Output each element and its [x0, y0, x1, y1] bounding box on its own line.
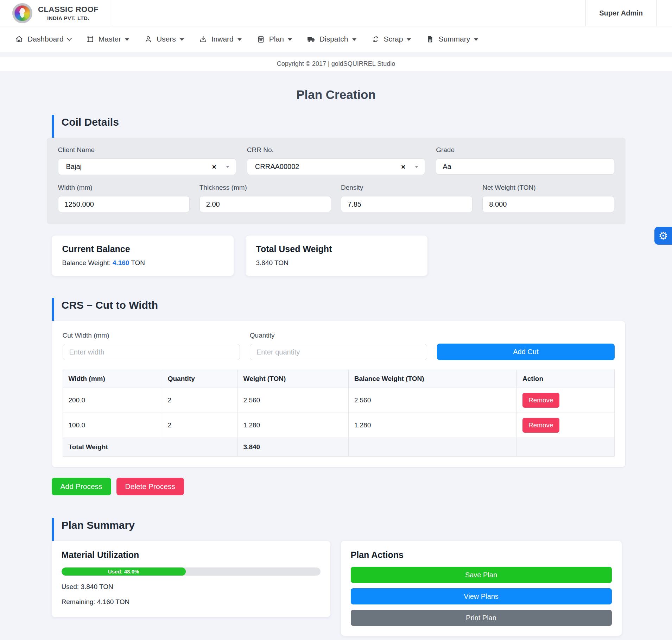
top-header: CLASSIC ROOF INDIA PVT. LTD. Super Admin	[0, 0, 672, 26]
nav-label: Plan	[269, 35, 284, 43]
clear-icon[interactable]: ×	[401, 163, 405, 170]
material-utilization-title: Material Utilization	[62, 550, 321, 560]
utilization-progress-fill: Used: 48.0%	[62, 567, 186, 576]
print-plan-button[interactable]: Print Plan	[351, 610, 612, 626]
cuts-table: Width (mm) Quantity Weight (TON) Balance…	[63, 370, 615, 457]
save-plan-button[interactable]: Save Plan	[351, 567, 612, 583]
cut-width-label: Cut Width (mm)	[63, 332, 240, 339]
nav-item-summary[interactable]: Summary	[426, 35, 478, 44]
process-buttons-row: Add Process Delete Process	[52, 478, 626, 495]
user-name: Super Admin	[599, 9, 643, 17]
crr-no-label: CRR No.	[247, 146, 425, 154]
quantity-field-group: Quantity	[250, 332, 427, 360]
caret-down-icon	[474, 38, 478, 41]
company-logo-icon	[12, 3, 32, 23]
cut-width-input[interactable]	[63, 344, 240, 360]
select-caret-icon	[415, 166, 418, 168]
nav-item-dispatch[interactable]: Dispatch	[307, 35, 356, 44]
col-header-width: Width (mm)	[63, 370, 162, 388]
clear-icon[interactable]: ×	[212, 163, 216, 170]
crr-no-select[interactable]: CRRAA00002 ×	[247, 158, 425, 175]
density-field-group: Density	[341, 184, 473, 212]
client-name-select[interactable]: Bajaj ×	[58, 158, 236, 175]
brand-line1: CLASSIC ROOF	[38, 5, 99, 14]
crr-no-field-group: CRR No. CRRAA00002 ×	[247, 146, 425, 175]
balance-weight-value: 4.160	[113, 259, 129, 266]
nav-item-inward[interactable]: Inward	[199, 35, 242, 44]
truck-icon	[307, 35, 316, 44]
nav-item-users[interactable]: Users	[144, 35, 184, 44]
settings-fab[interactable]: ⚙	[654, 227, 672, 245]
plan-actions-title: Plan Actions	[351, 550, 612, 560]
add-cut-button[interactable]: Add Cut	[437, 344, 614, 360]
grade-input[interactable]	[436, 158, 614, 175]
nav-item-master[interactable]: Master	[86, 35, 129, 44]
crs-card: Cut Width (mm) Quantity Add Cut Width (m…	[52, 321, 626, 468]
density-input[interactable]	[341, 196, 473, 212]
copyright-text: Copyright © 2017 | goldSQUIRREL Studio	[277, 60, 395, 68]
table-footer-row: Total Weight 3.840	[63, 438, 614, 457]
quantity-input[interactable]	[250, 344, 427, 360]
thickness-input[interactable]	[199, 196, 331, 212]
table-row: 200.0 2 2.560 2.560 Remove	[63, 388, 614, 413]
main-nav: Dashboard Master Users Inward Plan Dispa…	[0, 26, 672, 52]
width-label: Width (mm)	[58, 184, 190, 192]
main-content: Plan Creation Coil Details Client Name B…	[47, 88, 626, 636]
caret-down-icon	[352, 38, 356, 41]
nav-item-dashboard[interactable]: Dashboard	[15, 35, 71, 44]
nav-label: Scrap	[384, 35, 403, 43]
utilization-progress-label: Used: 48.0%	[108, 569, 139, 575]
spacer	[0, 52, 672, 57]
total-used-weight-title: Total Used Weight	[256, 244, 417, 254]
col-header-quantity: Quantity	[162, 370, 237, 388]
caret-down-icon	[125, 38, 129, 41]
brand-line2: INDIA PVT. LTD.	[38, 15, 99, 21]
nav-label: Dispatch	[319, 35, 348, 43]
clipboard-icon	[256, 35, 265, 44]
coil-details-heading: Coil Details	[52, 115, 626, 138]
net-weight-label: Net Weight (TON)	[482, 184, 614, 192]
grade-label: Grade	[436, 146, 614, 154]
remaining-stat: Remaining: 4.160 TON	[62, 598, 321, 606]
used-stat: Used: 3.840 TON	[62, 583, 321, 591]
artboard-icon	[86, 35, 95, 44]
coil-details-section: Coil Details Client Name Bajaj × CRR No.…	[47, 115, 626, 224]
net-weight-input[interactable]	[482, 196, 614, 212]
client-name-label: Client Name	[58, 146, 236, 154]
current-balance-title: Current Balance	[62, 244, 223, 254]
view-plans-button[interactable]: View Plans	[351, 588, 612, 604]
remove-cut-button[interactable]: Remove	[522, 393, 559, 408]
nav-label: Users	[157, 35, 176, 43]
density-label: Density	[341, 184, 473, 192]
download-tray-icon	[199, 35, 208, 44]
cut-width-field-group: Cut Width (mm)	[63, 332, 240, 360]
width-input[interactable]	[58, 196, 190, 212]
home-icon	[15, 35, 24, 44]
client-name-value: Bajaj	[66, 163, 82, 171]
recycle-icon	[371, 35, 380, 44]
total-used-weight-card: Total Used Weight 3.840 TON	[246, 236, 427, 276]
plan-actions-card: Plan Actions Save Plan View Plans Print …	[341, 541, 622, 636]
caret-down-icon	[288, 38, 292, 41]
caret-down-icon	[237, 38, 242, 41]
total-used-weight-value: 3.840 TON	[256, 259, 417, 267]
plan-summary-heading: Plan Summary	[52, 518, 626, 541]
document-icon	[426, 35, 435, 44]
balance-weight-line: Balance Weight: 4.160 TON	[62, 259, 223, 267]
remove-cut-button[interactable]: Remove	[522, 418, 559, 433]
grade-field-group: Grade	[436, 146, 614, 175]
user-menu[interactable]: Super Admin	[585, 0, 657, 26]
nav-label: Inward	[211, 35, 234, 43]
net-weight-field-group: Net Weight (TON)	[482, 184, 614, 212]
brand-text: CLASSIC ROOF INDIA PVT. LTD.	[38, 5, 99, 21]
nav-item-scrap[interactable]: Scrap	[371, 35, 411, 44]
nav-item-plan[interactable]: Plan	[256, 35, 292, 44]
nav-label: Dashboard	[27, 35, 64, 43]
copyright-bar: Copyright © 2017 | goldSQUIRREL Studio	[0, 57, 672, 71]
nav-label: Master	[99, 35, 121, 43]
add-process-button[interactable]: Add Process	[52, 478, 111, 495]
col-header-action: Action	[516, 370, 614, 388]
thickness-label: Thickness (mm)	[199, 184, 331, 192]
delete-process-button[interactable]: Delete Process	[116, 478, 184, 495]
thickness-field-group: Thickness (mm)	[199, 184, 331, 212]
